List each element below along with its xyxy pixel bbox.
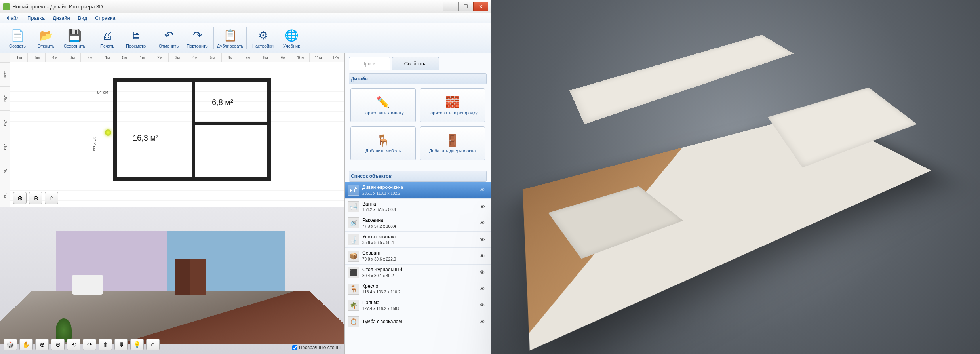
object-item[interactable]: 📦 Сервант 79.0 x 39.6 x 222.0 👁	[345, 248, 491, 265]
object-dims: 35.6 x 56.5 x 50.4	[362, 240, 476, 245]
visibility-icon[interactable]: 👁	[480, 319, 487, 325]
menu-help[interactable]: Справка	[91, 14, 119, 22]
door2-3d	[175, 259, 190, 295]
open-button[interactable]: 📂Открыть	[32, 25, 60, 52]
plan-2d-canvas[interactable]: 16,3 м² 6,8 м² 84 см 212 см ⊕ ⊖ ⌂	[10, 62, 344, 207]
main-toolbar: 📄Создать📂Открыть💾Сохранить🖨Печать🖥Просмо…	[0, 23, 491, 53]
canvas-area: -6м-5м-4м-3м-2м-1м0м1м2м3м4м5м6м7м8м9м10…	[0, 53, 345, 354]
visibility-icon[interactable]: 👁	[480, 269, 487, 276]
visibility-icon[interactable]: 👁	[480, 220, 487, 226]
ruler-vertical: -4м-3м-2м-1м0м1м	[0, 62, 10, 207]
object-thumb-icon: 🛋	[348, 185, 359, 196]
object-name: Раковина	[362, 217, 476, 224]
dim-1: 84 см	[97, 90, 108, 95]
visibility-icon[interactable]: 👁	[480, 253, 487, 259]
redo-button[interactable]: ↷Повторить	[183, 25, 211, 52]
visibility-icon[interactable]: 👁	[480, 302, 487, 308]
zoom-out-3d-button[interactable]: ⊖	[51, 339, 65, 350]
view-3d-tools: 🎲 ✋ ⊕ ⊖ ⟲ ⟳ ⤊ ⤋ 💡 ⌂	[4, 339, 160, 350]
add-furniture-button-icon: 🪑	[376, 134, 390, 147]
object-name: Кресло	[362, 284, 476, 290]
object-name: Ванна	[362, 201, 476, 207]
visibility-icon[interactable]: 👁	[480, 204, 487, 210]
visibility-icon[interactable]: 👁	[480, 236, 487, 243]
duplicate-button[interactable]: 📋Дублировать	[216, 25, 244, 52]
draw-partition-button[interactable]: 🧱Нарисовать перегородку	[420, 88, 485, 122]
menu-file[interactable]: Файл	[3, 14, 23, 22]
view-3d-canvas[interactable]: 🎲 ✋ ⊕ ⊖ ⟲ ⟳ ⤊ ⤋ 💡 ⌂ Прозрачные стены	[0, 207, 344, 354]
add-doors-button[interactable]: 🚪Добавить двери и окна	[420, 126, 485, 160]
door-3d	[190, 259, 206, 295]
object-thumb-icon: 📦	[348, 251, 359, 262]
menu-view[interactable]: Вид	[74, 14, 91, 22]
object-item[interactable]: 🪑 Кресло 118.4 x 103.2 x 110.2 👁	[345, 281, 491, 298]
transparent-walls-input[interactable]	[292, 345, 297, 350]
settings-button[interactable]: ⚙Настройки	[249, 25, 277, 52]
isometric-house-model	[516, 35, 956, 318]
home-button[interactable]: ⌂	[45, 192, 58, 204]
tutorial-button[interactable]: 🌐Учебник	[278, 25, 305, 52]
tab-project[interactable]: Проект	[349, 57, 390, 70]
room2-area: 6,8 м²	[212, 98, 233, 107]
menu-edit[interactable]: Правка	[23, 14, 49, 22]
preview-button[interactable]: 🖥Просмотр	[122, 25, 150, 52]
marker-dot[interactable]	[105, 129, 111, 136]
object-item[interactable]: 🛋 Диван еврокнижка 235.1 x 113.1 x 102.2…	[345, 182, 491, 199]
new-button[interactable]: 📄Создать	[4, 25, 31, 52]
home-3d-button[interactable]: ⌂	[146, 339, 160, 350]
objects-section-title: Список объектов	[349, 171, 487, 182]
draw-room-button[interactable]: ✏️Нарисовать комнату	[350, 88, 416, 122]
save-button[interactable]: 💾Сохранить	[61, 25, 88, 52]
app-icon	[3, 3, 10, 10]
tilt-down-button[interactable]: ⤋	[114, 339, 128, 350]
add-furniture-button[interactable]: 🪑Добавить мебель	[350, 126, 416, 160]
design-section-title: Дизайн	[349, 73, 487, 84]
object-item[interactable]: 🌴 Пальма 127.4 x 116.2 x 158.5 👁	[345, 297, 491, 314]
print-button[interactable]: 🖨Печать	[93, 25, 121, 52]
close-button[interactable]: ✕	[473, 2, 488, 11]
add-doors-button-icon: 🚪	[445, 134, 459, 147]
object-name: Тумба с зеркалом	[362, 319, 476, 325]
sofa-3d	[72, 275, 103, 295]
menu-design[interactable]: Дизайн	[49, 14, 74, 22]
object-name: Стол журнальный	[362, 267, 476, 273]
tutorial-button-icon: 🌐	[284, 29, 299, 43]
undo-button[interactable]: ↶Отменить	[155, 25, 183, 52]
light-button[interactable]: 💡	[130, 339, 144, 350]
object-dims: 235.1 x 113.1 x 102.2	[362, 191, 476, 196]
object-thumb-icon: 🪑	[348, 284, 359, 295]
tool-3d-icon[interactable]: 🎲	[4, 339, 17, 350]
visibility-icon[interactable]: 👁	[480, 286, 487, 292]
minimize-button[interactable]: —	[443, 2, 458, 11]
save-button-icon: 💾	[67, 29, 82, 43]
object-dims: 77.3 x 57.2 x 108.4	[362, 224, 476, 229]
object-dims: 118.4 x 103.2 x 110.2	[362, 289, 476, 295]
object-list[interactable]: 🛋 Диван еврокнижка 235.1 x 113.1 x 102.2…	[345, 182, 491, 354]
zoom-in-button[interactable]: ⊕	[13, 192, 27, 204]
object-dims: 154.2 x 67.5 x 50.4	[362, 207, 476, 212]
object-thumb-icon: 🛁	[348, 201, 359, 212]
object-thumb-icon: 🪞	[348, 316, 359, 327]
zoom-in-3d-button[interactable]: ⊕	[35, 339, 49, 350]
object-item[interactable]: 🪞 Тумба с зеркалом 👁	[345, 314, 491, 330]
pan-button[interactable]: ✋	[19, 339, 33, 350]
object-item[interactable]: 🚽 Унитаз компакт 35.6 x 56.5 x 50.4 👁	[345, 232, 491, 248]
maximize-button[interactable]: ☐	[458, 2, 473, 11]
plan-2d-tools: ⊕ ⊖ ⌂	[13, 192, 58, 204]
visibility-icon[interactable]: 👁	[480, 187, 487, 193]
object-item[interactable]: ⬛ Стол журнальный 80.4 x 80.1 x 40.2 👁	[345, 265, 491, 281]
side-panel: Проект Свойства Дизайн ✏️Нарисовать комн…	[345, 53, 491, 354]
object-name: Унитаз компакт	[362, 234, 476, 240]
titlebar: Новый проект - Дизайн Интерьера 3D — ☐ ✕	[0, 0, 491, 13]
rotate-left-button[interactable]: ⟲	[67, 339, 80, 350]
object-thumb-icon: 🚽	[348, 234, 359, 245]
transparent-walls-checkbox[interactable]: Прозрачные стены	[292, 345, 341, 350]
object-item[interactable]: 🛁 Ванна 154.2 x 67.5 x 50.4 👁	[345, 199, 491, 215]
rotate-right-button[interactable]: ⟳	[83, 339, 96, 350]
tilt-up-button[interactable]: ⤊	[99, 339, 112, 350]
zoom-out-button[interactable]: ⊖	[29, 192, 42, 204]
tab-properties[interactable]: Свойства	[392, 57, 439, 70]
draw-partition-button-icon: 🧱	[445, 96, 459, 109]
object-item[interactable]: 🚿 Раковина 77.3 x 57.2 x 108.4 👁	[345, 215, 491, 232]
floorplan[interactable]: 16,3 м² 6,8 м² 84 см 212 см	[113, 78, 271, 181]
